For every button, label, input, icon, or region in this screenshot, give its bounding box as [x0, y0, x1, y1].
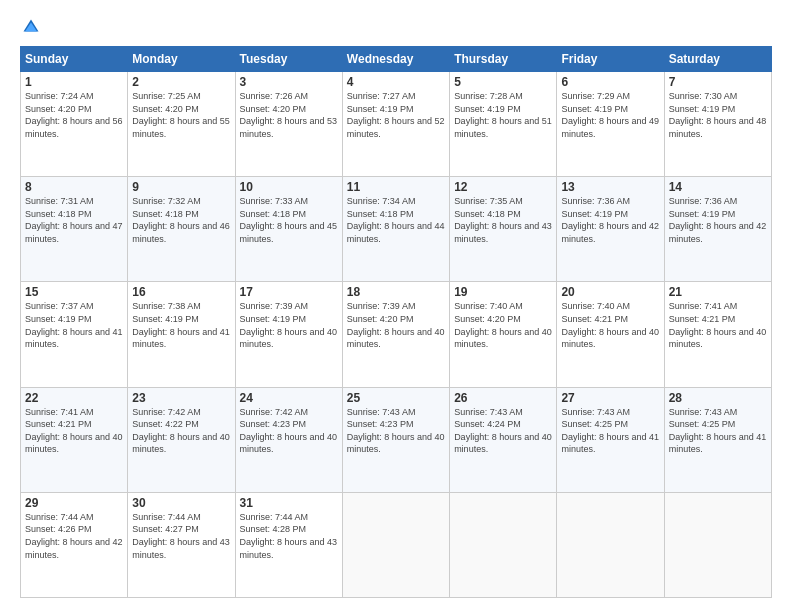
day-number: 17 — [240, 285, 338, 299]
table-row: 27Sunrise: 7:43 AMSunset: 4:25 PMDayligh… — [557, 387, 664, 492]
day-number: 22 — [25, 391, 123, 405]
table-row — [342, 492, 449, 597]
table-row: 25Sunrise: 7:43 AMSunset: 4:23 PMDayligh… — [342, 387, 449, 492]
table-row: 15Sunrise: 7:37 AMSunset: 4:19 PMDayligh… — [21, 282, 128, 387]
day-number: 18 — [347, 285, 445, 299]
calendar-week-5: 29Sunrise: 7:44 AMSunset: 4:26 PMDayligh… — [21, 492, 772, 597]
logo-area — [20, 18, 44, 36]
day-info: Sunrise: 7:34 AMSunset: 4:18 PMDaylight:… — [347, 196, 445, 244]
calendar-header-monday: Monday — [128, 47, 235, 72]
day-info: Sunrise: 7:36 AMSunset: 4:19 PMDaylight:… — [669, 196, 767, 244]
day-number: 27 — [561, 391, 659, 405]
calendar-header-sunday: Sunday — [21, 47, 128, 72]
day-number: 12 — [454, 180, 552, 194]
page: SundayMondayTuesdayWednesdayThursdayFrid… — [0, 0, 792, 612]
calendar-week-2: 8Sunrise: 7:31 AMSunset: 4:18 PMDaylight… — [21, 177, 772, 282]
day-info: Sunrise: 7:24 AMSunset: 4:20 PMDaylight:… — [25, 91, 123, 139]
table-row: 1Sunrise: 7:24 AMSunset: 4:20 PMDaylight… — [21, 72, 128, 177]
day-info: Sunrise: 7:30 AMSunset: 4:19 PMDaylight:… — [669, 91, 767, 139]
table-row: 30Sunrise: 7:44 AMSunset: 4:27 PMDayligh… — [128, 492, 235, 597]
table-row: 22Sunrise: 7:41 AMSunset: 4:21 PMDayligh… — [21, 387, 128, 492]
day-info: Sunrise: 7:35 AMSunset: 4:18 PMDaylight:… — [454, 196, 552, 244]
calendar-table: SundayMondayTuesdayWednesdayThursdayFrid… — [20, 46, 772, 598]
calendar-week-3: 15Sunrise: 7:37 AMSunset: 4:19 PMDayligh… — [21, 282, 772, 387]
table-row: 28Sunrise: 7:43 AMSunset: 4:25 PMDayligh… — [664, 387, 771, 492]
day-number: 11 — [347, 180, 445, 194]
table-row — [664, 492, 771, 597]
table-row — [557, 492, 664, 597]
day-number: 4 — [347, 75, 445, 89]
day-info: Sunrise: 7:29 AMSunset: 4:19 PMDaylight:… — [561, 91, 659, 139]
day-info: Sunrise: 7:41 AMSunset: 4:21 PMDaylight:… — [669, 301, 767, 349]
table-row: 2Sunrise: 7:25 AMSunset: 4:20 PMDaylight… — [128, 72, 235, 177]
day-number: 26 — [454, 391, 552, 405]
day-info: Sunrise: 7:36 AMSunset: 4:19 PMDaylight:… — [561, 196, 659, 244]
day-info: Sunrise: 7:41 AMSunset: 4:21 PMDaylight:… — [25, 407, 123, 455]
table-row: 18Sunrise: 7:39 AMSunset: 4:20 PMDayligh… — [342, 282, 449, 387]
calendar-header-saturday: Saturday — [664, 47, 771, 72]
table-row: 19Sunrise: 7:40 AMSunset: 4:20 PMDayligh… — [450, 282, 557, 387]
day-number: 14 — [669, 180, 767, 194]
day-number: 29 — [25, 496, 123, 510]
day-info: Sunrise: 7:39 AMSunset: 4:20 PMDaylight:… — [347, 301, 445, 349]
table-row: 24Sunrise: 7:42 AMSunset: 4:23 PMDayligh… — [235, 387, 342, 492]
day-info: Sunrise: 7:31 AMSunset: 4:18 PMDaylight:… — [25, 196, 123, 244]
day-info: Sunrise: 7:33 AMSunset: 4:18 PMDaylight:… — [240, 196, 338, 244]
day-number: 23 — [132, 391, 230, 405]
day-number: 31 — [240, 496, 338, 510]
day-info: Sunrise: 7:43 AMSunset: 4:25 PMDaylight:… — [561, 407, 659, 455]
day-number: 30 — [132, 496, 230, 510]
table-row: 13Sunrise: 7:36 AMSunset: 4:19 PMDayligh… — [557, 177, 664, 282]
day-number: 8 — [25, 180, 123, 194]
day-number: 21 — [669, 285, 767, 299]
table-row: 5Sunrise: 7:28 AMSunset: 4:19 PMDaylight… — [450, 72, 557, 177]
header — [20, 18, 772, 36]
day-info: Sunrise: 7:42 AMSunset: 4:22 PMDaylight:… — [132, 407, 230, 455]
table-row: 8Sunrise: 7:31 AMSunset: 4:18 PMDaylight… — [21, 177, 128, 282]
day-info: Sunrise: 7:42 AMSunset: 4:23 PMDaylight:… — [240, 407, 338, 455]
table-row: 7Sunrise: 7:30 AMSunset: 4:19 PMDaylight… — [664, 72, 771, 177]
table-row: 31Sunrise: 7:44 AMSunset: 4:28 PMDayligh… — [235, 492, 342, 597]
day-number: 10 — [240, 180, 338, 194]
day-number: 13 — [561, 180, 659, 194]
day-info: Sunrise: 7:43 AMSunset: 4:23 PMDaylight:… — [347, 407, 445, 455]
day-number: 28 — [669, 391, 767, 405]
day-number: 5 — [454, 75, 552, 89]
table-row: 16Sunrise: 7:38 AMSunset: 4:19 PMDayligh… — [128, 282, 235, 387]
logo-icon — [22, 18, 40, 36]
day-info: Sunrise: 7:40 AMSunset: 4:21 PMDaylight:… — [561, 301, 659, 349]
calendar-header-tuesday: Tuesday — [235, 47, 342, 72]
table-row: 20Sunrise: 7:40 AMSunset: 4:21 PMDayligh… — [557, 282, 664, 387]
day-number: 3 — [240, 75, 338, 89]
calendar-header-wednesday: Wednesday — [342, 47, 449, 72]
day-info: Sunrise: 7:44 AMSunset: 4:28 PMDaylight:… — [240, 512, 338, 560]
table-row: 9Sunrise: 7:32 AMSunset: 4:18 PMDaylight… — [128, 177, 235, 282]
table-row: 6Sunrise: 7:29 AMSunset: 4:19 PMDaylight… — [557, 72, 664, 177]
table-row: 11Sunrise: 7:34 AMSunset: 4:18 PMDayligh… — [342, 177, 449, 282]
day-number: 2 — [132, 75, 230, 89]
calendar-header-friday: Friday — [557, 47, 664, 72]
day-number: 25 — [347, 391, 445, 405]
table-row: 10Sunrise: 7:33 AMSunset: 4:18 PMDayligh… — [235, 177, 342, 282]
day-number: 20 — [561, 285, 659, 299]
day-info: Sunrise: 7:25 AMSunset: 4:20 PMDaylight:… — [132, 91, 230, 139]
day-number: 19 — [454, 285, 552, 299]
logo — [20, 18, 44, 36]
table-row — [450, 492, 557, 597]
table-row: 29Sunrise: 7:44 AMSunset: 4:26 PMDayligh… — [21, 492, 128, 597]
table-row: 17Sunrise: 7:39 AMSunset: 4:19 PMDayligh… — [235, 282, 342, 387]
table-row: 23Sunrise: 7:42 AMSunset: 4:22 PMDayligh… — [128, 387, 235, 492]
day-number: 16 — [132, 285, 230, 299]
day-number: 9 — [132, 180, 230, 194]
day-number: 24 — [240, 391, 338, 405]
calendar-week-4: 22Sunrise: 7:41 AMSunset: 4:21 PMDayligh… — [21, 387, 772, 492]
day-number: 15 — [25, 285, 123, 299]
day-info: Sunrise: 7:28 AMSunset: 4:19 PMDaylight:… — [454, 91, 552, 139]
day-info: Sunrise: 7:38 AMSunset: 4:19 PMDaylight:… — [132, 301, 230, 349]
calendar-header-row: SundayMondayTuesdayWednesdayThursdayFrid… — [21, 47, 772, 72]
day-info: Sunrise: 7:32 AMSunset: 4:18 PMDaylight:… — [132, 196, 230, 244]
day-number: 7 — [669, 75, 767, 89]
day-info: Sunrise: 7:40 AMSunset: 4:20 PMDaylight:… — [454, 301, 552, 349]
table-row: 21Sunrise: 7:41 AMSunset: 4:21 PMDayligh… — [664, 282, 771, 387]
day-number: 1 — [25, 75, 123, 89]
